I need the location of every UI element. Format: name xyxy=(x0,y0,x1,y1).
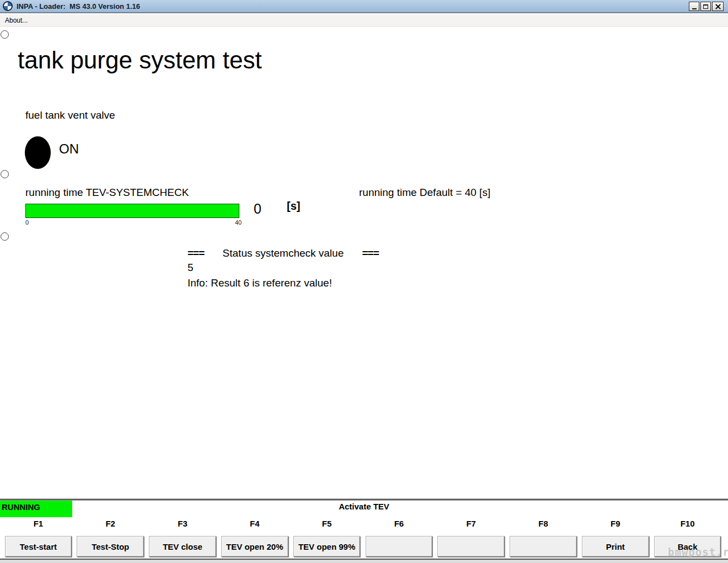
valve-state-label: ON xyxy=(59,141,79,157)
activate-tev-label: Activate TEV xyxy=(0,502,728,511)
scale-max-tick: 40 xyxy=(235,219,242,226)
fkey-column-f7: F7 xyxy=(435,519,507,557)
edge-marker-circle xyxy=(1,30,9,39)
runtime-default-label: running time Default = 40 [s] xyxy=(359,187,490,199)
runtime-value: 0 xyxy=(248,201,267,217)
status-eq-left: === xyxy=(188,247,204,259)
f10-back-button[interactable]: Back xyxy=(654,536,721,557)
status-heading: Status systemcheck value xyxy=(223,247,344,259)
fkey-column-f1: F1 Test-start xyxy=(2,519,74,557)
fkey-column-f5: F5 TEV open 99% xyxy=(291,519,363,557)
bmw-logo-icon xyxy=(3,1,13,11)
close-button[interactable] xyxy=(712,2,724,11)
scale-min-tick: 0 xyxy=(25,219,29,226)
status-eq-right: === xyxy=(362,247,379,259)
status-value: 5 xyxy=(188,262,194,274)
runtime-progress-bar xyxy=(25,204,239,218)
page-title: tank purge system test xyxy=(18,46,262,74)
fkey-column-f4: F4 TEV open 20% xyxy=(218,519,291,557)
f8-button[interactable] xyxy=(510,536,577,557)
fkey-label-f2: F2 xyxy=(74,519,147,529)
fkey-label-f8: F8 xyxy=(507,519,580,529)
fkey-column-f9: F9 Print xyxy=(579,519,651,557)
menu-bar: About... xyxy=(0,14,728,26)
fkey-label-f7: F7 xyxy=(435,519,507,529)
f6-button[interactable] xyxy=(366,536,433,557)
f7-button[interactable] xyxy=(437,536,505,557)
title-bar: INPA - Loader: MS 43.0 Version 1.16 xyxy=(0,0,728,13)
function-key-panel: RUNNING Activate TEV F1 Test-start F2 Te… xyxy=(0,501,728,559)
fkey-column-f6: F6 xyxy=(363,519,435,557)
main-panel: tank purge system test fuel tank vent va… xyxy=(0,26,728,498)
runtime-unit: [s] xyxy=(287,200,300,213)
status-heading-line: === Status systemcheck value === xyxy=(188,247,379,259)
inpa-window: INPA - Loader: MS 43.0 Version 1.16 Abou… xyxy=(0,0,728,563)
fkey-label-f3: F3 xyxy=(147,519,219,529)
runtime-progress-fill xyxy=(26,204,239,217)
close-icon xyxy=(715,4,721,9)
fkey-column-f3: F3 TEV close xyxy=(147,519,219,557)
window-controls xyxy=(689,2,724,11)
edge-marker-circle xyxy=(1,170,9,178)
maximize-button[interactable] xyxy=(700,2,711,11)
fkey-column-f8: F8 xyxy=(507,519,580,557)
minimize-button[interactable] xyxy=(689,2,699,11)
fkey-label-f10: F10 xyxy=(651,519,724,529)
f9-print-button[interactable]: Print xyxy=(582,536,649,557)
valve-label: fuel tank vent valve xyxy=(25,109,115,121)
fkey-column-f2: F2 Test-Stop xyxy=(74,519,147,557)
f1-test-start-button[interactable]: Test-start xyxy=(5,536,72,557)
fkey-label-f4: F4 xyxy=(218,519,291,529)
valve-indicator-dot xyxy=(25,136,51,169)
window-title: INPA - Loader: MS 43.0 Version 1.16 xyxy=(17,2,140,10)
fkey-label-f1: F1 xyxy=(2,519,74,529)
window-bottom-edge xyxy=(0,559,728,563)
status-info: Info: Result 6 is referenz value! xyxy=(188,277,332,289)
menu-item-about[interactable]: About... xyxy=(5,17,28,24)
f3-tev-close-button[interactable]: TEV close xyxy=(149,536,216,557)
maximize-icon xyxy=(703,4,708,9)
fkey-label-f5: F5 xyxy=(291,519,363,529)
f5-tev-open-99-button[interactable]: TEV open 99% xyxy=(293,536,361,557)
fkey-label-f6: F6 xyxy=(363,519,435,529)
fkey-row: F1 Test-start F2 Test-Stop F3 TEV close … xyxy=(2,519,724,557)
minimize-icon xyxy=(692,8,697,9)
runtime-label: running time TEV-SYSTEMCHECK xyxy=(25,187,189,199)
fkey-label-f9: F9 xyxy=(579,519,651,529)
fkey-column-f10: F10 Back xyxy=(651,519,724,557)
f4-tev-open-20-button[interactable]: TEV open 20% xyxy=(221,536,288,557)
f2-test-stop-button[interactable]: Test-Stop xyxy=(77,536,144,557)
edge-marker-circle xyxy=(1,232,9,241)
